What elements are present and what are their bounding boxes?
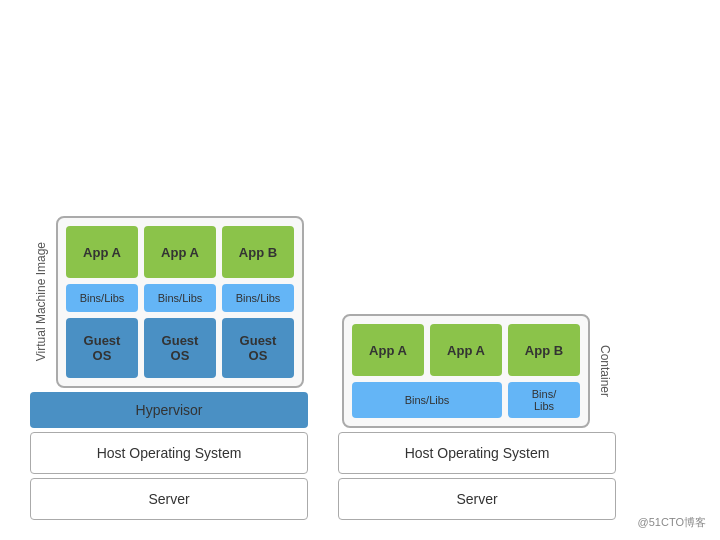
right-bins-wide: Bins/Libs: [352, 382, 502, 418]
container-box: App A App A App B Bins/Libs Bins/Libs: [342, 314, 590, 428]
left-app-a-1: App A: [66, 226, 138, 278]
app-row: App A App A App B: [66, 226, 294, 278]
left-bins-2: Bins/Libs: [144, 284, 216, 312]
right-bins-row: Bins/Libs Bins/Libs: [352, 382, 580, 418]
right-server-bar: Server: [338, 478, 616, 520]
right-app-a-1: App A: [352, 324, 424, 376]
left-bins-1: Bins/Libs: [66, 284, 138, 312]
right-app-row: App A App A App B: [352, 324, 580, 376]
watermark: @51CTO博客: [638, 515, 706, 530]
left-guest-1: GuestOS: [66, 318, 138, 378]
vm-image-box: App A App A App B Bins/Libs Bins/Libs Bi…: [56, 216, 304, 388]
left-bins-3: Bins/Libs: [222, 284, 294, 312]
hypervisor-bar: Hypervisor: [30, 392, 308, 428]
guest-row: GuestOS GuestOS GuestOS: [66, 318, 294, 378]
left-host-os-bar: Host Operating System: [30, 432, 308, 474]
left-app-b: App B: [222, 226, 294, 278]
bins-row: Bins/Libs Bins/Libs Bins/Libs: [66, 284, 294, 312]
left-server-bar: Server: [30, 478, 308, 520]
right-app-b: App B: [508, 324, 580, 376]
left-app-a-2: App A: [144, 226, 216, 278]
main-container: Virtual Machine Image App A App A App B …: [0, 0, 720, 540]
right-host-os-bar: Host Operating System: [338, 432, 616, 474]
right-side: App A App A App B Bins/Libs Bins/Libs Co…: [338, 264, 616, 520]
left-guest-2: GuestOS: [144, 318, 216, 378]
container-wrapper: App A App A App B Bins/Libs Bins/Libs Co…: [342, 314, 612, 428]
right-bins-narrow: Bins/Libs: [508, 382, 580, 418]
left-side: Virtual Machine Image App A App A App B …: [30, 216, 308, 520]
right-app-a-2: App A: [430, 324, 502, 376]
left-guest-3: GuestOS: [222, 318, 294, 378]
container-label: Container: [598, 345, 612, 397]
vm-wrapper: Virtual Machine Image App A App A App B …: [34, 216, 304, 388]
vm-label: Virtual Machine Image: [34, 242, 48, 361]
